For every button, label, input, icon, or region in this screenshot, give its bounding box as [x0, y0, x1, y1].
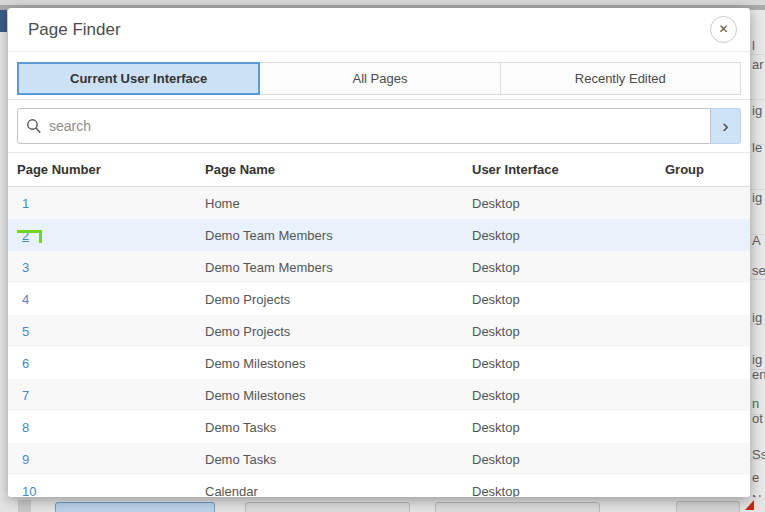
- user-interface-cell: Desktop: [472, 292, 665, 307]
- close-icon: ✕: [718, 22, 728, 36]
- background-button: [245, 502, 410, 512]
- table-row[interactable]: 10CalendarDesktop: [8, 475, 750, 497]
- search-input[interactable]: [49, 118, 702, 134]
- table-row[interactable]: 9Demo TasksDesktop: [8, 443, 750, 475]
- column-header-page-number: Page Number: [17, 162, 205, 177]
- background-text-fragment: Ss: [752, 447, 765, 462]
- click-annotation-box: [17, 230, 42, 243]
- page-number-link[interactable]: 10: [22, 484, 36, 498]
- page-finder-dialog: Page Finder ✕ Current User Interface All…: [8, 8, 750, 497]
- user-interface-cell: Desktop: [472, 420, 665, 435]
- user-interface-cell: Desktop: [472, 228, 665, 243]
- column-header-user-interface: User Interface: [472, 162, 665, 177]
- table-row[interactable]: 6Demo MilestonesDesktop: [8, 347, 750, 379]
- background-text-fragment: n: [752, 396, 759, 411]
- column-header-page-name: Page Name: [205, 162, 472, 177]
- page-name-cell: Demo Milestones: [205, 388, 472, 403]
- page-title: Page Finder: [28, 20, 121, 40]
- page-number-link[interactable]: 6: [22, 356, 29, 371]
- close-button[interactable]: ✕: [710, 16, 737, 43]
- page-number-link[interactable]: 9: [22, 452, 29, 467]
- background-text-fragment: ig: [752, 310, 762, 325]
- page-name-cell: Home: [205, 196, 472, 211]
- table-row[interactable]: 1HomeDesktop: [8, 187, 750, 219]
- red-flag-icon: [745, 500, 754, 510]
- search-go-button[interactable]: ›: [711, 108, 741, 144]
- table-body: 1HomeDesktop2Demo Team MembersDesktop3De…: [8, 187, 750, 497]
- table-row[interactable]: 3Demo Team MembersDesktop: [8, 251, 750, 283]
- background-blue-element: [0, 10, 7, 32]
- background-button: [55, 502, 215, 512]
- table-row[interactable]: 5Demo ProjectsDesktop: [8, 315, 750, 347]
- background-text-fragment: l: [752, 38, 755, 53]
- background-text-fragment: ar: [752, 57, 764, 72]
- user-interface-cell: Desktop: [472, 324, 665, 339]
- chevron-right-icon: ›: [722, 115, 728, 136]
- user-interface-cell: Desktop: [472, 196, 665, 211]
- background-text-fragment: se: [752, 263, 765, 278]
- search-box: [17, 108, 711, 144]
- screen: larigleigAseigigennotSseN Page Finder ✕ …: [0, 0, 765, 512]
- table-row[interactable]: 4Demo ProjectsDesktop: [8, 283, 750, 315]
- background-text-fragment: ig: [752, 352, 762, 367]
- user-interface-cell: Desktop: [472, 388, 665, 403]
- page-name-cell: Demo Milestones: [205, 356, 472, 371]
- background-text-fragment: ig: [752, 103, 762, 118]
- search-icon: [26, 118, 42, 134]
- page-number-link[interactable]: 4: [22, 292, 29, 307]
- page-name-cell: Demo Tasks: [205, 420, 472, 435]
- table-row[interactable]: 8Demo TasksDesktop: [8, 411, 750, 443]
- page-name-cell: Demo Tasks: [205, 452, 472, 467]
- background-fragment: [676, 501, 740, 512]
- background-button: [435, 502, 600, 512]
- page-name-cell: Demo Projects: [205, 292, 472, 307]
- page-number-link[interactable]: 7: [22, 388, 29, 403]
- page-number-link[interactable]: 3: [22, 260, 29, 275]
- search-section: ›: [8, 100, 750, 153]
- background-text-fragment: ig: [752, 190, 762, 205]
- background-text-fragment: A: [752, 233, 761, 248]
- background-text-fragment: le: [752, 140, 762, 155]
- tab-all-pages[interactable]: All Pages: [260, 62, 500, 95]
- table-header-row: Page Number Page Name User Interface Gro…: [8, 153, 750, 187]
- page-name-cell: Demo Team Members: [205, 260, 472, 275]
- user-interface-cell: Desktop: [472, 452, 665, 467]
- user-interface-cell: Desktop: [472, 260, 665, 275]
- page-name-cell: Calendar: [205, 484, 472, 498]
- table-row[interactable]: 2Demo Team MembersDesktop: [8, 219, 750, 251]
- background-text-fragment: ot: [752, 411, 763, 426]
- user-interface-cell: Desktop: [472, 356, 665, 371]
- column-header-group: Group: [665, 162, 741, 177]
- background-right-strip: larigleigAseigigennotSseN: [749, 10, 765, 512]
- page-name-cell: Demo Team Members: [205, 228, 472, 243]
- tab-bar: Current User Interface All Pages Recentl…: [8, 52, 750, 100]
- user-interface-cell: Desktop: [472, 484, 665, 498]
- tab-current-user-interface[interactable]: Current User Interface: [17, 62, 260, 95]
- background-text-fragment: en: [752, 367, 765, 382]
- page-number-link[interactable]: 5: [22, 324, 29, 339]
- page-number-link[interactable]: 1: [22, 196, 29, 211]
- table-row[interactable]: 7Demo MilestonesDesktop: [8, 379, 750, 411]
- dialog-header: Page Finder ✕: [8, 8, 750, 52]
- page-number-link[interactable]: 8: [22, 420, 29, 435]
- background-fragment: [18, 500, 31, 512]
- tab-recently-edited[interactable]: Recently Edited: [501, 62, 741, 95]
- background-bottom-strip: [0, 497, 765, 512]
- page-number-link[interactable]: 2: [22, 228, 29, 243]
- page-name-cell: Demo Projects: [205, 324, 472, 339]
- background-text-fragment: e: [752, 470, 759, 485]
